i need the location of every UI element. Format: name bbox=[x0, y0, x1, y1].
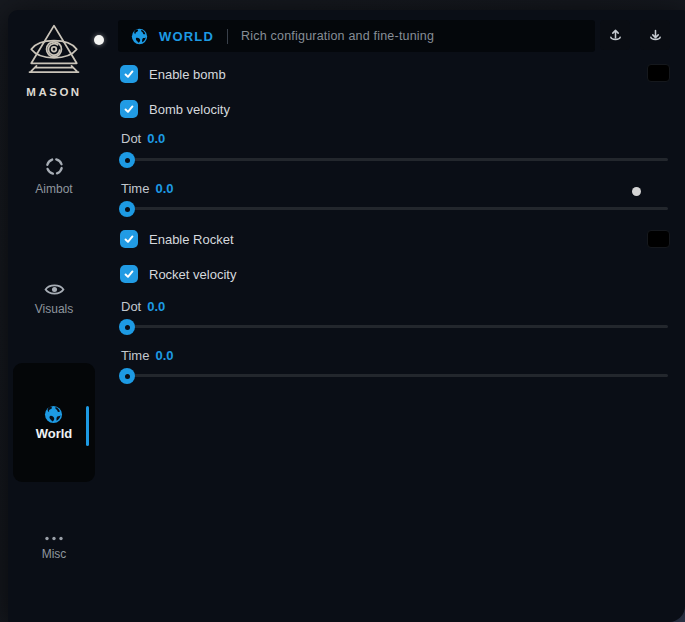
mod-menu-window: MASON Aimbot Visuals bbox=[8, 10, 685, 622]
sidebar-item-world-selected[interactable]: World bbox=[13, 363, 95, 482]
dot-slider[interactable] bbox=[120, 152, 668, 168]
globe-icon bbox=[131, 28, 148, 45]
slider-value: 0.0 bbox=[147, 299, 165, 314]
checkbox-label: Rocket velocity bbox=[149, 267, 236, 282]
checkbox-label: Enable bomb bbox=[149, 67, 226, 82]
brand-logo-block: MASON bbox=[8, 23, 100, 98]
slider-track[interactable] bbox=[120, 374, 668, 377]
page-title: WORLD bbox=[159, 29, 214, 44]
checkbox-bomb-velocity[interactable]: Bomb velocity bbox=[120, 100, 230, 118]
slider-thumb[interactable] bbox=[119, 201, 135, 217]
checkbox-label: Bomb velocity bbox=[149, 102, 230, 117]
sidebar-item-label: Visuals bbox=[35, 302, 73, 316]
slider-value: 0.0 bbox=[155, 348, 173, 363]
slider-track[interactable] bbox=[120, 207, 668, 210]
active-tab-indicator bbox=[86, 406, 89, 446]
download-config-button[interactable] bbox=[640, 20, 670, 50]
cursor-dot bbox=[94, 35, 104, 45]
slider-thumb[interactable] bbox=[119, 319, 135, 335]
check-icon bbox=[123, 68, 135, 80]
time-slider[interactable] bbox=[120, 201, 668, 217]
sidebar-item-label: Misc bbox=[42, 547, 67, 561]
checkbox-checked[interactable] bbox=[120, 65, 138, 83]
globe-icon bbox=[44, 405, 63, 424]
slider-label-dot: Dot0.0 bbox=[121, 299, 165, 314]
page-subtitle: Rich configuration and fine-tuning bbox=[241, 29, 434, 43]
sidebar-item-visuals[interactable]: Visuals bbox=[8, 282, 100, 316]
slider-value: 0.0 bbox=[147, 131, 165, 146]
dot-slider[interactable] bbox=[120, 319, 668, 335]
ellipsis-icon bbox=[43, 535, 65, 542]
download-icon bbox=[647, 27, 664, 44]
upload-config-button[interactable] bbox=[600, 20, 630, 50]
rocket-color-swatch[interactable] bbox=[647, 230, 670, 248]
sidebar-item-misc[interactable]: Misc bbox=[8, 535, 100, 561]
checkbox-checked[interactable] bbox=[120, 100, 138, 118]
slider-track[interactable] bbox=[120, 325, 668, 328]
slider-value: 0.0 bbox=[155, 181, 173, 196]
checkbox-enable-bomb[interactable]: Enable bomb bbox=[120, 65, 226, 83]
page-header: WORLD Rich configuration and fine-tuning bbox=[118, 20, 595, 52]
check-icon bbox=[123, 103, 135, 115]
check-icon bbox=[123, 268, 135, 280]
bomb-color-swatch[interactable] bbox=[647, 64, 670, 82]
mason-eye-triangle-logo-icon bbox=[26, 23, 82, 79]
checkbox-rocket-velocity[interactable]: Rocket velocity bbox=[120, 265, 236, 283]
slider-track[interactable] bbox=[120, 158, 668, 161]
brand-name: MASON bbox=[8, 86, 100, 98]
slider-label-dot: Dot0.0 bbox=[121, 131, 165, 146]
slider-label-time: Time0.0 bbox=[121, 181, 173, 196]
checkbox-checked[interactable] bbox=[120, 230, 138, 248]
checkbox-checked[interactable] bbox=[120, 265, 138, 283]
slider-label-time: Time0.0 bbox=[121, 348, 173, 363]
check-icon bbox=[123, 233, 135, 245]
secondary-cursor-dot bbox=[632, 187, 641, 196]
checkbox-enable-rocket[interactable]: Enable Rocket bbox=[120, 230, 234, 248]
slider-thumb[interactable] bbox=[119, 368, 135, 384]
slider-thumb[interactable] bbox=[119, 152, 135, 168]
time-slider[interactable] bbox=[120, 368, 668, 384]
upload-icon bbox=[607, 27, 624, 44]
eye-icon bbox=[44, 282, 65, 297]
sidebar-item-label: Aimbot bbox=[35, 182, 72, 196]
sidebar-item-aimbot[interactable]: Aimbot bbox=[8, 156, 100, 196]
header-separator bbox=[227, 29, 228, 44]
sidebar-item-label: World bbox=[13, 426, 95, 441]
crosshair-icon bbox=[44, 156, 65, 177]
checkbox-label: Enable Rocket bbox=[149, 232, 234, 247]
sidebar: MASON Aimbot Visuals bbox=[8, 10, 108, 622]
